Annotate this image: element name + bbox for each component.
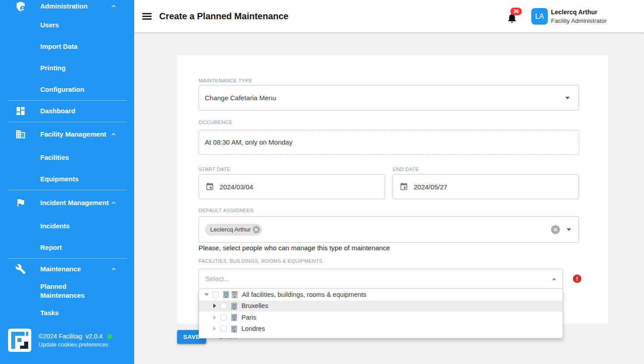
sidebar-section-administration[interactable]: Administration: [0, 0, 134, 15]
sidebar-item-import-data[interactable]: Import Data: [0, 38, 134, 56]
default-assignees-label: DEFAULT ASSIGNEES: [199, 208, 254, 213]
default-assignees-field[interactable]: Leclercq Arthur ✕ ✕: [199, 216, 579, 243]
tree-expand-icon[interactable]: [212, 315, 217, 320]
tree-item-paris[interactable]: Paris: [199, 312, 563, 323]
start-date-value: 2024/03/04: [220, 183, 253, 191]
assignee-chip: Leclercq Arthur ✕: [205, 224, 262, 236]
sidebar-section-label: Incident Management: [40, 198, 112, 207]
facilitag-logo: [8, 329, 31, 352]
chevron-down-icon: [565, 97, 570, 99]
chevron-up-icon[interactable]: [110, 265, 118, 273]
occurence-label: OCCURENCE: [199, 120, 233, 125]
status-dot: [107, 334, 112, 339]
sidebar-item-dashboard[interactable]: Dashboard: [0, 102, 134, 120]
calendar-icon: [399, 182, 408, 191]
tree-collapse-icon[interactable]: [204, 293, 209, 296]
occurence-value: At 08:30 AM, only on Monday: [205, 138, 292, 146]
facilities-select-group: All facilities, buildings, rooms & equip…: [199, 269, 563, 338]
tree-checkbox[interactable]: [220, 325, 227, 332]
chevron-up-icon[interactable]: [110, 199, 118, 207]
sidebar-divider: [8, 190, 127, 190]
sidebar-item-tasks[interactable]: Tasks: [0, 304, 134, 322]
notification-count-badge: 36: [510, 8, 522, 15]
maintenance-type-value: Change Cafetaria Menu: [205, 94, 276, 102]
sidebar-section-facility-management[interactable]: Facility Management: [0, 124, 134, 145]
buildings-pair-icon: [222, 291, 238, 298]
sidebar-item-printing[interactable]: Printing: [0, 59, 134, 77]
user-role: Facility Administrator: [551, 17, 607, 24]
tree-checkbox[interactable]: [212, 291, 219, 298]
sidebar-section-incident-management[interactable]: Incident Management: [0, 192, 134, 214]
footer-version: v2.0.4: [85, 333, 102, 340]
sidebar-section-label: Maintenance: [40, 265, 112, 274]
sidebar-item-report[interactable]: Report: [0, 239, 134, 257]
notifications-button[interactable]: 36: [506, 10, 526, 26]
sidebar-item-label: Printing: [40, 64, 112, 73]
sidebar-item-label: Equipments: [40, 175, 112, 184]
building-icon: [230, 302, 238, 310]
avatar[interactable]: LA: [531, 8, 548, 25]
hamburger-menu-icon[interactable]: [142, 13, 152, 20]
sidebar-divider: [8, 258, 127, 259]
maintenance-type-label: MAINTENANCE TYPE: [199, 78, 252, 83]
sidebar-section-label: Administration: [40, 2, 112, 11]
sidebar-item-label: Incidents: [40, 222, 112, 231]
sidebar-item-label: Report: [40, 243, 112, 252]
sidebar: Administration Users Import Data Printin…: [0, 0, 134, 364]
user-name: Leclercq Arthur: [551, 9, 597, 16]
sidebar-item-label: Users: [40, 21, 112, 30]
page-title: Create a Planned Maintenance: [159, 0, 288, 32]
end-date-field[interactable]: 2024/05/27: [393, 174, 579, 199]
start-date-field[interactable]: 2024/03/04: [199, 174, 385, 199]
form-card: MAINTENANCE TYPE Change Cafetaria Menu O…: [177, 55, 608, 324]
sidebar-item-incidents[interactable]: Incidents: [0, 217, 134, 235]
sidebar-item-users[interactable]: Users: [0, 16, 134, 34]
sidebar-section-label: Facility Management: [40, 130, 112, 139]
tree-checkbox[interactable]: [220, 314, 227, 321]
sidebar-item-configuration[interactable]: Configuration: [0, 81, 134, 98]
tree-expand-icon[interactable]: [212, 304, 217, 308]
tree-item-bruxelles[interactable]: Bruxelles: [199, 300, 563, 312]
start-date-label: START DATE: [199, 167, 230, 172]
sidebar-item-planned-maintenances[interactable]: Planned Maintenances: [0, 280, 134, 302]
facilities-label: FACILITIES, BUILDINGS, ROOMS & EQUIPMENT…: [199, 258, 322, 264]
chevron-up-icon[interactable]: [552, 278, 556, 280]
tree-item-all-facilities[interactable]: All facilities, buildings, rooms & equip…: [199, 289, 563, 300]
tree-item-label: All facilities, buildings, rooms & equip…: [242, 291, 366, 298]
sidebar-item-label: Planned Maintenances: [40, 282, 112, 300]
tree-item-label: Paris: [242, 314, 256, 321]
building-icon: [230, 313, 238, 321]
sidebar-item-label: Facilities: [40, 153, 112, 162]
assignees-helper-text: Please, select people who can manage thi…: [199, 244, 390, 252]
building-icon: [230, 325, 238, 333]
facilities-select[interactable]: [199, 269, 563, 289]
admin-shield-icon: [15, 1, 26, 12]
remove-chip-icon[interactable]: ✕: [253, 226, 260, 233]
chevron-up-icon[interactable]: [110, 130, 118, 138]
maintenance-type-select[interactable]: Change Cafetaria Menu: [199, 85, 579, 111]
tree-expand-icon[interactable]: [212, 326, 217, 331]
tree-item-londres[interactable]: Londres: [199, 323, 563, 335]
sidebar-item-label: Import Data: [40, 42, 112, 51]
validation-error-icon: !: [573, 274, 581, 283]
sidebar-item-facilities[interactable]: Facilities: [0, 149, 134, 167]
assignee-chip-label: Leclercq Arthur: [210, 226, 251, 233]
chevron-up-icon[interactable]: [110, 2, 118, 10]
end-date-value: 2024/05/27: [414, 183, 447, 191]
occurence-field[interactable]: At 08:30 AM, only on Monday: [199, 130, 579, 154]
tree-checkbox[interactable]: [220, 303, 227, 309]
end-date-label: END DATE: [393, 167, 419, 172]
footer-copyright: ©2024 Facilitag: [38, 333, 82, 340]
chevron-down-icon[interactable]: [567, 228, 571, 231]
facilities-select-input[interactable]: [205, 275, 552, 283]
clear-all-icon[interactable]: ✕: [551, 225, 560, 234]
tree-item-label: Londres: [242, 325, 265, 332]
update-cookies-link[interactable]: Update cookies preferences: [38, 342, 108, 348]
sidebar-section-maintenance[interactable]: Maintenance: [0, 260, 134, 278]
wrench-icon: [15, 264, 26, 274]
sidebar-item-equipments[interactable]: Equipments: [0, 170, 134, 188]
dashboard-grid-icon: [15, 106, 26, 116]
sidebar-item-label: Tasks: [40, 308, 112, 317]
building-icon: [15, 129, 26, 140]
sidebar-divider: [8, 122, 127, 122]
